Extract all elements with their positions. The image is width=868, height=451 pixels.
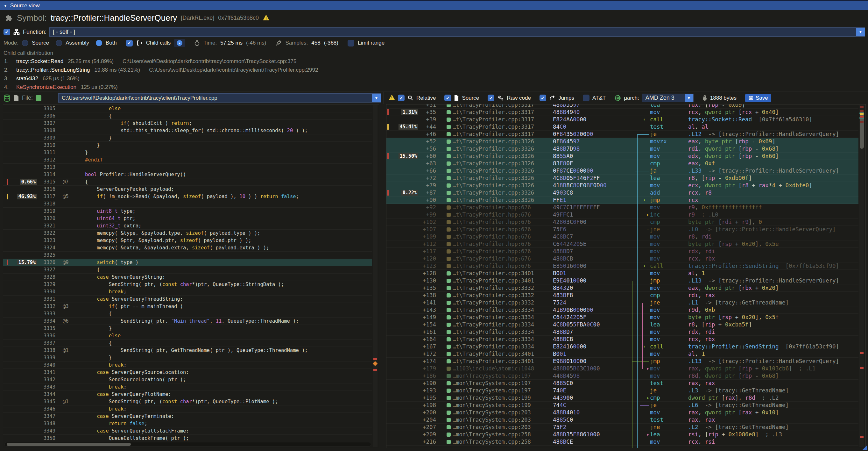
assembly-scrollbar[interactable] — [859, 105, 864, 447]
asm-row[interactable]: +117…t\TracyProfiler.hpp:676488BD7movrdx… — [386, 248, 859, 255]
source-line[interactable]: 3345@1 SendString( ptr, (const char*)ptr… — [3, 398, 372, 405]
source-line[interactable]: 3348 return false; — [3, 420, 372, 427]
radio-both[interactable] — [96, 40, 102, 46]
save-button[interactable]: Save — [745, 94, 771, 102]
source-line[interactable]: 3339 } — [3, 354, 372, 361]
asm-row[interactable]: +52…t\TracyProfiler.cpp:33260FB64597movz… — [386, 138, 859, 145]
radio-assembly[interactable] — [56, 40, 62, 46]
radio-source[interactable] — [22, 40, 28, 46]
source-line[interactable]: 3322 memcpy( &type, &payload.type, sizeo… — [3, 230, 372, 237]
asm-row[interactable]: +167…t\TracyProfiler.cpp:3334E824160000c… — [386, 343, 859, 350]
source-line[interactable]: 15.79%3326@9 switch( type ) — [3, 259, 372, 266]
asm-row[interactable]: +128…t\TracyProfiler.cpp:3401B001moval, … — [386, 270, 859, 277]
source-line[interactable]: 3324 memcpy( &extra, &payload.extra, siz… — [3, 244, 372, 251]
function-combo[interactable]: [ - self - ] ▼ — [49, 27, 865, 37]
collapse-child-calls-button[interactable]: ▲ — [174, 39, 185, 47]
asm-row[interactable]: 0.22%+87…t\TracyProfiler.cpp:33264903C8a… — [386, 189, 859, 197]
asm-row[interactable]: +138…t\TracyProfiler.cpp:3332483BF8cmprd… — [386, 292, 859, 299]
asm-row[interactable]: +56…t\TracyProfiler.cpp:3326488B7D98movr… — [386, 145, 859, 153]
asm-row[interactable]: +143…t\TracyProfiler.cpp:333441B90B00000… — [386, 306, 859, 314]
source-line[interactable]: 3343 break; — [3, 384, 372, 391]
limit-range-checkbox[interactable] — [348, 40, 354, 47]
source-line[interactable]: 3309 } — [3, 134, 372, 142]
source-line[interactable]: 3305 else — [3, 105, 372, 113]
source-line[interactable]: 0.66%3315@7{ — [3, 178, 372, 186]
collapse-icon[interactable]: ▼ — [3, 3, 7, 8]
child-calls-checkbox[interactable]: ✓ — [126, 40, 133, 47]
asm-row[interactable]: +46…t\TracyProfiler.cpp:33170F8435020000… — [386, 130, 859, 138]
child-call-entry[interactable]: 2.tracy::Profiler::SendLongString19.88 m… — [0, 66, 868, 74]
asm-row[interactable]: +90…t\TracyProfiler.cpp:3326FFE1jmprcx‹ — [386, 197, 859, 204]
source-line[interactable]: 3335 } — [3, 325, 372, 332]
source-line[interactable]: 3316 ServerQueryPacket payload; — [3, 186, 372, 193]
source-line[interactable]: 46.93%3317@5 if( !m_sock->Read( &payload… — [3, 193, 372, 200]
chevron-down-icon[interactable]: ▼ — [856, 28, 865, 36]
relative-checkbox[interactable]: ✓ — [398, 95, 405, 101]
asm-row[interactable]: +198…mon\TracySystem.cpp:199744Cje.L6 ->… — [386, 402, 859, 409]
asm-row[interactable]: +179…1103\include\atomic:1048488B05B63C1… — [386, 365, 859, 372]
source-line[interactable]: 3319 uint8_t type; — [3, 208, 372, 215]
asm-row[interactable]: +190…mon\TracySystem.cpp:1974885C0testra… — [386, 380, 859, 387]
source-line[interactable]: 3336 else — [3, 332, 372, 339]
chevron-down-icon[interactable]: ▼ — [372, 94, 381, 102]
source-line[interactable]: 3308 std::this_thread::sleep_for( std::c… — [3, 127, 372, 134]
source-line[interactable]: 3332@3 if( ptr == m_mainThread ) — [3, 303, 372, 310]
source-checkbox[interactable]: ✓ — [444, 95, 451, 101]
source-h-scrollbar-thumb[interactable] — [7, 443, 131, 446]
source-line[interactable]: 3323 memcpy( &ptr, &payload.ptr, sizeof(… — [3, 237, 372, 244]
source-line[interactable]: 3342 SendSourceLocation( ptr ); — [3, 376, 372, 384]
source-line[interactable]: 3318 — [3, 200, 372, 208]
source-line[interactable]: 3330 break; — [3, 288, 372, 296]
asm-row[interactable]: +72…t\TracyProfiler.cpp:33264C8D05F146F2… — [386, 175, 859, 182]
raw-code-checkbox[interactable]: ✓ — [488, 95, 494, 101]
source-line[interactable]: 3311} — [3, 149, 372, 156]
asm-row[interactable]: 1.31%+35…t\TracyProfiler.cpp:3317488B494… — [386, 109, 859, 116]
source-line[interactable]: 3350 QueueCallstackFrame( ptr ); — [3, 435, 372, 442]
asm-row[interactable]: +216…mon\TracySystem.cpp:258488BCEmovrcx… — [386, 438, 859, 446]
asm-row[interactable]: 15.50%+60…t\TracyProfiler.cpp:33268B55A0… — [386, 153, 859, 160]
att-checkbox[interactable] — [583, 95, 589, 101]
source-line[interactable]: 3344 case ServerQueryPlotName: — [3, 391, 372, 398]
source-line[interactable]: 3310 } — [3, 142, 372, 149]
source-line[interactable]: 3328 case ServerQueryString: — [3, 274, 372, 281]
asm-row[interactable]: +31…t\TracyProfiler.cpp:3317488D5597lear… — [386, 104, 859, 109]
asm-row[interactable]: +164…t\TracyProfiler.cpp:3334488BCBmovrc… — [386, 336, 859, 343]
asm-row[interactable]: +207…mon\TracySystem.cpp:20375F2jne.L2 -… — [386, 424, 859, 431]
source-line[interactable]: 3331 case ServerQueryThreadString: — [3, 296, 372, 303]
asm-row[interactable]: +92…t\TracyProfiler.hpp:67649C7C1FFFFFFF… — [386, 204, 859, 211]
asm-row[interactable]: +99…t\TracyProfiler.hpp:67649FFC1incr9 ;… — [386, 211, 859, 218]
source-line[interactable]: 3307 if( shouldExit ) return; — [3, 120, 372, 127]
asm-row[interactable]: +39…t\TracyProfiler.cpp:3317E824AA0000ca… — [386, 116, 859, 123]
asm-row[interactable]: +149…t\TracyProfiler.cpp:3334C64424205Fm… — [386, 314, 859, 321]
source-line[interactable]: 3325 — [3, 251, 372, 259]
source-line[interactable]: 3312#endif — [3, 156, 372, 164]
child-call-entry[interactable]: 3.stat64i32625 μs (1.36%) — [0, 74, 868, 83]
asm-row[interactable]: +112…t\TracyProfiler.hpp:676C64424205Emo… — [386, 240, 859, 248]
asm-row[interactable]: +154…t\TracyProfiler.cpp:33344C8D055FBA0… — [386, 321, 859, 328]
asm-row[interactable]: +193…mon\TracySystem.cpp:197740Eje.L3 ->… — [386, 387, 859, 394]
source-line[interactable]: 3320 uint64_t ptr; — [3, 215, 372, 222]
asm-row[interactable]: +66…t\TracyProfiler.cpp:33260F87CE060000… — [386, 167, 859, 175]
asm-row[interactable]: +204…mon\TracySystem.cpp:2034885C0testra… — [386, 416, 859, 424]
asm-row[interactable]: +120…t\TracyProfiler.hpp:676488BCBmovrcx… — [386, 255, 859, 263]
asm-row[interactable]: +130…t\TracyProfiler.cpp:3401E9E4010000j… — [386, 277, 859, 284]
asm-row[interactable]: +123…t\TracyProfiler.hpp:676E850160000ca… — [386, 263, 859, 270]
source-line[interactable]: 3333 { — [3, 310, 372, 318]
asm-row[interactable]: +79…t\TracyProfiler.cpp:3326418B8C80E0BF… — [386, 182, 859, 189]
source-line[interactable]: 3321 uint32_t extra; — [3, 222, 372, 230]
source-line[interactable]: 3306 { — [3, 113, 372, 120]
source-line[interactable]: 3334@6 SendString( ptr, "Main thread", 1… — [3, 318, 372, 325]
asm-row[interactable]: +209…mon\TracySystem.cpp:258488D35E88610… — [386, 431, 859, 438]
source-line[interactable]: 3347 case ServerQueryTerminate: — [3, 413, 372, 420]
source-line[interactable]: 3314bool Profiler::HandleServerQuery() — [3, 171, 372, 178]
asm-row[interactable]: +161…t\TracyProfiler.cpp:3334488BD7movrd… — [386, 328, 859, 336]
resize-grip[interactable] — [862, 445, 867, 450]
uarch-combo[interactable]: AMD Zen 3 ▼ — [642, 94, 693, 102]
asm-row[interactable]: +200…mon\TracySystem.cpp:203488B4010movr… — [386, 409, 859, 416]
asm-row[interactable]: +102…t\TracyProfiler.hpp:67642803C0F00cm… — [386, 218, 859, 226]
source-line[interactable]: 3349 case ServerQueryCallstackFrame: — [3, 427, 372, 435]
file-combo[interactable]: C:\Users\wolf\Desktop\darkrl\contrib\tra… — [58, 93, 381, 102]
asm-row[interactable]: +141…t\TracyProfiler.cpp:33327524jne.L1 … — [386, 299, 859, 306]
source-scrollbar[interactable] — [373, 105, 377, 447]
source-line[interactable]: 3327 { — [3, 266, 372, 274]
